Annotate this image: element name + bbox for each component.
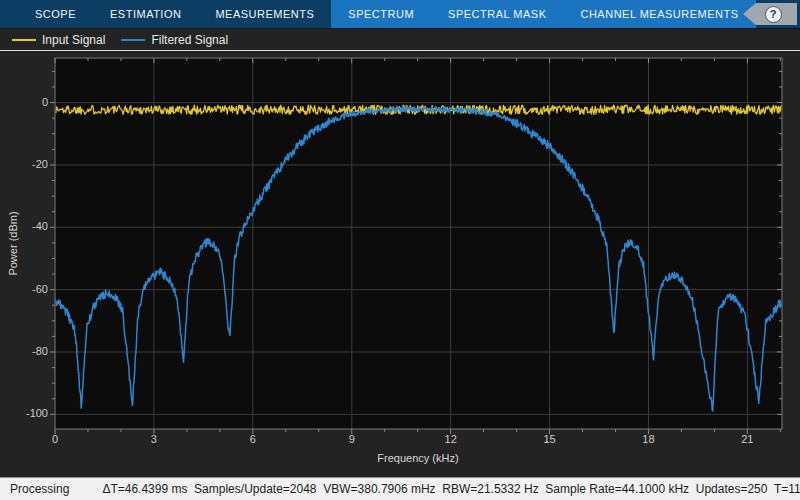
tab-measurements[interactable]: MEASUREMENTS <box>198 0 331 28</box>
status-metrics: ΔT=46.4399 ms Samples/Update=2048 VBW=38… <box>102 482 800 496</box>
tab-scope[interactable]: SCOPE <box>18 0 93 28</box>
axes-background <box>55 58 782 429</box>
x-tick-label: 12 <box>426 433 476 445</box>
x-tick-label: 9 <box>327 433 377 445</box>
spectrum-plot-canvas[interactable] <box>45 48 792 439</box>
status-state: Processing <box>10 482 69 496</box>
y-tick-label: -60 <box>0 283 48 295</box>
status-bar: Processing ΔT=46.4399 ms Samples/Update=… <box>0 477 800 500</box>
tab-spectrum[interactable]: SPECTRUM <box>331 0 431 28</box>
figure-area: Frequency (kHz) Power (dBm) 036912151821… <box>0 51 800 477</box>
legend-item-input-signal[interactable]: Input Signal <box>12 33 105 47</box>
toolstrip-tabbar: SCOPE ESTIMATION MEASUREMENTS SPECTRUM S… <box>0 0 800 28</box>
x-tick-label: 21 <box>722 433 772 445</box>
legend-label: Input Signal <box>42 33 105 47</box>
spectrum-analyzer-window: SCOPE ESTIMATION MEASUREMENTS SPECTRUM S… <box>0 0 800 500</box>
x-tick-label: 6 <box>228 433 278 445</box>
y-tick-label: -100 <box>0 407 48 419</box>
tab-estimation[interactable]: ESTIMATION <box>93 0 198 28</box>
x-tick-label: 18 <box>623 433 673 445</box>
y-tick-label: 0 <box>0 96 48 108</box>
x-tick-label: 0 <box>30 433 80 445</box>
tabgroup-active: SPECTRUM SPECTRAL MASK CHANNEL MEASUREME… <box>331 0 755 28</box>
x-tick-label: 3 <box>129 433 179 445</box>
y-tick-label: -40 <box>0 220 48 232</box>
y-tick-label: -20 <box>0 158 48 170</box>
filtered-signal-swatch <box>121 39 145 41</box>
legend-bar: Input Signal Filtered Signal <box>0 28 800 50</box>
tab-spectral-mask[interactable]: SPECTRAL MASK <box>431 0 563 28</box>
legend-item-filtered-signal[interactable]: Filtered Signal <box>121 33 228 47</box>
tabbar-spacer <box>0 0 18 28</box>
help-icon: ? <box>765 6 782 23</box>
x-tick-label: 15 <box>525 433 575 445</box>
legend-label: Filtered Signal <box>151 33 228 47</box>
tab-channel-measurements[interactable]: CHANNEL MEASUREMENTS <box>563 0 755 28</box>
input-signal-swatch <box>12 39 36 41</box>
y-axis-label: Power (dBm) <box>7 144 22 344</box>
y-tick-label: -80 <box>0 345 48 357</box>
x-axis-label: Frequency (kHz) <box>208 452 628 464</box>
